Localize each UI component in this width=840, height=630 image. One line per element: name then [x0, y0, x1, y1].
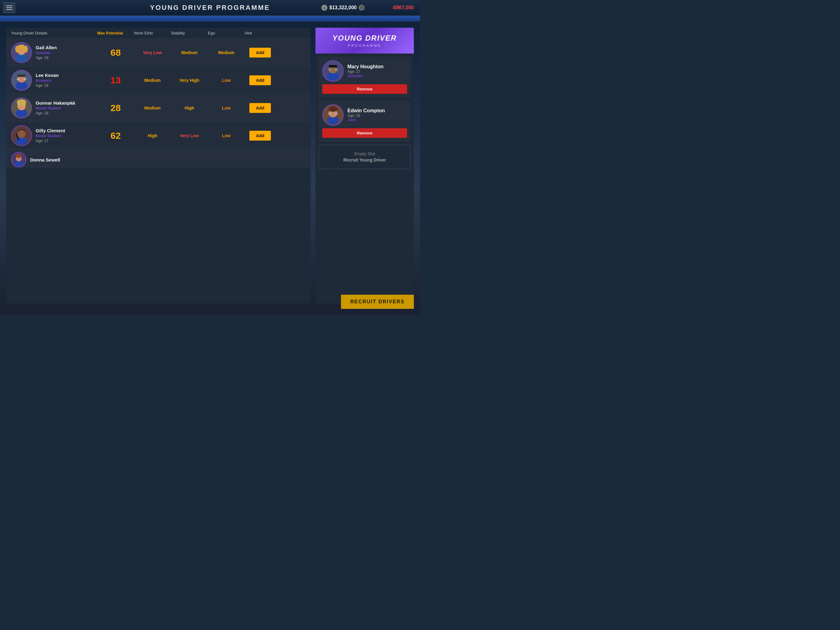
driver-age: Age: 18	[36, 83, 59, 88]
enrolled-name: Mary Houghton	[347, 64, 384, 70]
ego-value: Low	[208, 78, 245, 83]
avatar	[322, 60, 344, 82]
hire-cell: Add	[245, 47, 275, 57]
ego-value: Low	[208, 106, 245, 111]
svg-point-22	[17, 130, 25, 138]
avatar	[11, 70, 32, 91]
driver-name-info: Gunnar Hakanpää Model Student Age: 18	[36, 100, 75, 116]
driver-name-info: Donna Sewell	[30, 157, 60, 162]
avatar	[11, 42, 32, 63]
table-row: Lee Kevan Bumpkin Age: 18 13 Medium Very…	[6, 66, 311, 94]
recruit-drivers-button[interactable]: RECRUIT DRIVERS	[341, 295, 414, 309]
work-ethic-value: Very Low	[134, 50, 171, 55]
svg-point-12	[17, 78, 19, 80]
driver-name: Donna Sewell	[30, 157, 60, 162]
driver-type: Bumpkin	[36, 78, 59, 83]
svg-point-36	[327, 116, 339, 125]
col-ego: Ego	[208, 31, 245, 35]
enrolled-driver-card: Mary Houghton Age: 17 Outsider Remove	[319, 57, 411, 98]
remove-button-edwin[interactable]: Remove	[322, 128, 407, 138]
svg-point-26	[16, 154, 22, 158]
enrolled-name-info: Mary Houghton Age: 17 Outsider	[347, 64, 384, 78]
work-ethic-value: Medium	[134, 106, 171, 111]
recruit-btn-container: RECRUIT DRIVERS	[341, 295, 414, 309]
driver-info-lee: Lee Kevan Bumpkin Age: 18	[11, 70, 97, 91]
right-panel-subtitle: PROGRAMME	[322, 44, 408, 47]
potential-value: 28	[97, 103, 134, 113]
driver-name: Lee Kevan	[36, 73, 59, 78]
right-panel: YOUNG DRIVER PROGRAMME	[316, 28, 414, 303]
empty-slot: Empty Slot Recruit Young Driver	[319, 144, 411, 169]
col-stability: Stability	[171, 31, 208, 35]
svg-point-24	[14, 161, 23, 166]
driver-name-info: Gail Allen Outsider Age: 18	[36, 45, 57, 60]
enrolled-name-info: Edwin Compton Age: 16 Jock	[347, 108, 385, 122]
svg-point-33	[328, 69, 331, 71]
avatar	[11, 98, 32, 119]
table-row: Gail Allen Outsider Age: 18 68 Very Low …	[6, 39, 311, 66]
work-ethic-value: High	[134, 133, 171, 138]
svg-point-13	[24, 78, 27, 80]
col-max-potential: Max Potential	[97, 31, 134, 35]
svg-point-5	[24, 46, 28, 52]
driver-age: Age: 18	[36, 111, 75, 116]
header: YOUNG DRIVER PROGRAMME ● $13,322,000 S -…	[0, 0, 420, 16]
svg-point-1	[16, 54, 27, 62]
page-title: YOUNG DRIVER PROGRAMME	[150, 4, 270, 12]
table-row: Gunnar Hakanpää Model Student Age: 18 28…	[6, 94, 311, 122]
svg-point-19	[22, 101, 26, 106]
svg-point-4	[15, 46, 20, 52]
potential-value: 62	[97, 130, 134, 141]
driver-name: Gunnar Hakanpää	[36, 100, 75, 106]
stability-value: High	[171, 106, 208, 111]
svg-point-18	[17, 101, 21, 106]
hire-cell: Add	[245, 75, 275, 85]
add-button-gilly[interactable]: Add	[249, 131, 271, 141]
svg-point-38	[328, 106, 337, 112]
enrolled-driver-info: Mary Houghton Age: 17 Outsider	[322, 60, 407, 82]
hire-cell: Add	[245, 131, 275, 141]
right-panel-header: YOUNG DRIVER PROGRAMME	[316, 28, 414, 54]
enrolled-age: Age: 17	[347, 70, 384, 74]
right-panel-title: YOUNG DRIVER	[322, 34, 408, 43]
col-work-ethic: Work Ethic	[134, 31, 171, 35]
empty-slot-title: Empty Slot	[325, 151, 404, 156]
add-button-gail[interactable]: Add	[249, 47, 271, 57]
table-header: Young Driver Details Max Potential Work …	[6, 28, 311, 39]
svg-point-41	[328, 112, 331, 115]
add-button-lee[interactable]: Add	[249, 75, 271, 85]
enrolled-drivers: Mary Houghton Age: 17 Outsider Remove	[316, 54, 414, 303]
enrolled-type: Outsider	[347, 74, 384, 78]
hire-cell: Add	[245, 103, 275, 113]
driver-list-panel: Young Driver Details Max Potential Work …	[6, 28, 311, 303]
driver-name-info: Lee Kevan Bumpkin Age: 18	[36, 73, 59, 88]
driver-info-gail: Gail Allen Outsider Age: 18	[11, 42, 97, 63]
menu-button[interactable]	[3, 2, 15, 13]
svg-point-28	[327, 72, 339, 81]
ego-value: Low	[208, 133, 245, 138]
avatar	[322, 104, 344, 126]
svg-point-34	[335, 69, 338, 71]
enrolled-age: Age: 16	[347, 114, 385, 118]
potential-value: 13	[97, 75, 134, 85]
add-button-gunnar[interactable]: Add	[249, 103, 271, 113]
enrolled-type: Jock	[347, 118, 385, 122]
balance-display: ● $13,322,000 S	[321, 5, 365, 11]
work-ethic-value: Medium	[134, 78, 171, 83]
svg-point-15	[16, 109, 27, 117]
stability-value: Medium	[171, 50, 208, 55]
remove-button-mary[interactable]: Remove	[322, 84, 407, 94]
driver-info-gunnar: Gunnar Hakanpää Model Student Age: 18	[11, 98, 97, 119]
potential-value: 68	[97, 47, 134, 58]
stability-value: Very Low	[171, 133, 208, 138]
driver-info-donna: Donna Sewell	[11, 152, 97, 167]
empty-slot-desc: Recruit Young Driver	[325, 157, 404, 162]
svg-point-42	[335, 112, 338, 115]
main-content: Young Driver Details Max Potential Work …	[0, 22, 420, 309]
col-hire: Hire	[245, 31, 275, 35]
svg-point-7	[16, 81, 27, 89]
driver-type: Model Student	[36, 106, 75, 111]
svg-rect-9	[17, 74, 25, 77]
cost-display: -$967,000	[392, 5, 414, 11]
driver-info-gilly: Gilly Clement Model Student Age: 17	[11, 125, 97, 146]
